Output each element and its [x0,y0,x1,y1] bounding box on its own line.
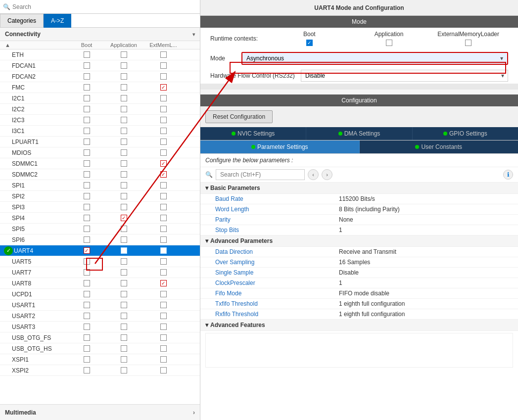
boot-checkbox[interactable]: ✓ [306,40,313,46]
list-item[interactable]: SPI2 [0,191,200,202]
app-cell-checkbox[interactable] [121,367,127,373]
list-item[interactable]: USART2 [0,311,200,322]
app-cell-checkbox[interactable] [121,324,127,330]
extmem-cell-checkbox[interactable] [160,324,167,330]
app-cell-checkbox[interactable] [121,182,127,188]
param-search-input[interactable] [216,169,305,180]
boot-cell-checkbox[interactable] [84,291,90,297]
app-cell-checkbox[interactable] [121,204,127,210]
boot-cell-checkbox[interactable] [84,356,90,363]
extmem-cell-checkbox[interactable] [160,291,167,297]
app-cell-checkbox[interactable] [121,345,127,352]
extmem-cell-checkbox[interactable] [160,117,167,123]
list-item[interactable]: FDCAN1 [0,60,200,71]
extmem-checkbox[interactable] [465,40,471,46]
app-checkbox[interactable] [386,40,392,46]
list-item[interactable]: SPI1 [0,180,200,191]
list-item[interactable]: I3C1 [0,126,200,137]
boot-cell-checkbox[interactable] [84,334,90,341]
boot-cell-checkbox[interactable] [84,84,90,91]
tab-categories[interactable]: Categories [0,14,44,28]
extmem-cell-checkbox[interactable] [160,73,167,80]
boot-cell-checkbox[interactable] [84,51,90,58]
list-item[interactable]: UCPD1 [0,289,200,300]
boot-cell-checkbox[interactable] [84,215,90,221]
boot-cell-checkbox[interactable] [84,149,90,156]
boot-cell-checkbox[interactable] [84,106,90,112]
boot-cell-checkbox[interactable] [84,236,90,243]
search-input[interactable] [12,3,197,10]
list-item[interactable]: SPI6 [0,234,200,245]
extmem-cell-checkbox[interactable] [160,149,167,156]
extmem-cell-checkbox[interactable]: ✓ [160,84,167,91]
list-item[interactable]: SPI4✓ [0,213,200,224]
app-cell-checkbox[interactable] [121,84,127,91]
list-item[interactable]: I2C1 [0,93,200,104]
param-nav-prev-button[interactable]: ‹ [308,169,319,180]
tab-user-constants[interactable]: User Constants [360,140,518,153]
list-item[interactable]: I2C2 [0,104,200,115]
extmem-cell-checkbox[interactable] [160,334,167,341]
boot-cell-checkbox[interactable] [84,302,90,308]
extmem-cell-checkbox[interactable] [160,269,167,276]
app-cell-checkbox[interactable] [121,149,127,156]
app-cell-checkbox[interactable] [121,269,127,276]
boot-cell-checkbox[interactable] [84,182,90,188]
boot-cell-checkbox[interactable]: ✓ [84,247,90,254]
list-item[interactable]: LPUART1 [0,137,200,147]
boot-cell-checkbox[interactable] [84,139,90,145]
app-cell-checkbox[interactable] [121,160,127,167]
extmem-cell-checkbox[interactable]: ✓ [160,171,167,178]
tab-nvic-settings[interactable]: NVIC Settings [200,127,306,140]
app-cell-checkbox[interactable] [121,95,127,101]
extmem-cell-checkbox[interactable] [160,247,167,254]
app-cell-checkbox[interactable] [121,117,127,123]
boot-cell-checkbox[interactable] [84,62,90,69]
advanced-features-group[interactable]: ▾ Advanced Features [200,320,518,331]
extmem-cell-checkbox[interactable] [160,95,167,101]
extmem-cell-checkbox[interactable] [160,313,167,319]
connectivity-section-header[interactable]: Connectivity ▾ [0,28,200,41]
list-item[interactable]: USB_OTG_HS [0,343,200,354]
list-item[interactable]: XSPI2 [0,365,200,376]
boot-cell-checkbox[interactable] [84,226,90,232]
app-cell-checkbox[interactable] [121,139,127,145]
boot-cell-checkbox[interactable] [84,258,90,265]
mode-select[interactable]: Asynchronous Synchronous Single Wire [242,53,507,64]
info-button[interactable]: ℹ [503,170,513,180]
app-cell-checkbox[interactable] [121,291,127,297]
boot-cell-checkbox[interactable] [84,117,90,123]
list-item[interactable]: I2C3 [0,115,200,126]
list-item[interactable]: UART8✓ [0,278,200,289]
list-item[interactable]: SDMMC2✓ [0,169,200,180]
tab-gpio-settings[interactable]: GPIO Settings [413,127,518,140]
extmem-cell-checkbox[interactable] [160,356,167,363]
extmem-cell-checkbox[interactable]: ✓ [160,160,167,167]
app-cell-checkbox[interactable]: ✓ [121,215,127,221]
basic-params-group[interactable]: ▾ Basic Parameters [200,183,518,194]
flow-control-select[interactable]: Disable Enable [301,70,508,82]
tab-az[interactable]: A->Z [44,14,71,28]
app-cell-checkbox[interactable] [121,106,127,112]
extmem-cell-checkbox[interactable] [160,106,167,112]
list-item[interactable]: UART7 [0,267,200,278]
app-cell-checkbox[interactable] [121,247,127,254]
tab-dma-settings[interactable]: DMA Settings [306,127,412,140]
list-item[interactable]: SDMMC1✓ [0,158,200,169]
tab-parameter-settings[interactable]: Parameter Settings [200,140,360,153]
list-item[interactable]: USB_OTG_FS [0,332,200,343]
app-cell-checkbox[interactable] [121,302,127,308]
boot-cell-checkbox[interactable] [84,280,90,286]
list-item[interactable]: USART1 [0,300,200,311]
app-cell-checkbox[interactable] [121,226,127,232]
list-item[interactable]: FMC✓ [0,82,200,93]
app-cell-checkbox[interactable] [121,236,127,243]
extmem-cell-checkbox[interactable] [160,128,167,134]
list-item[interactable]: UART5 [0,256,200,267]
list-item[interactable]: SPI3 [0,202,200,213]
extmem-cell-checkbox[interactable] [160,139,167,145]
list-item[interactable]: FDCAN2 [0,71,200,82]
boot-cell-checkbox[interactable] [84,95,90,101]
app-cell-checkbox[interactable] [121,356,127,363]
extmem-cell-checkbox[interactable] [160,258,167,265]
